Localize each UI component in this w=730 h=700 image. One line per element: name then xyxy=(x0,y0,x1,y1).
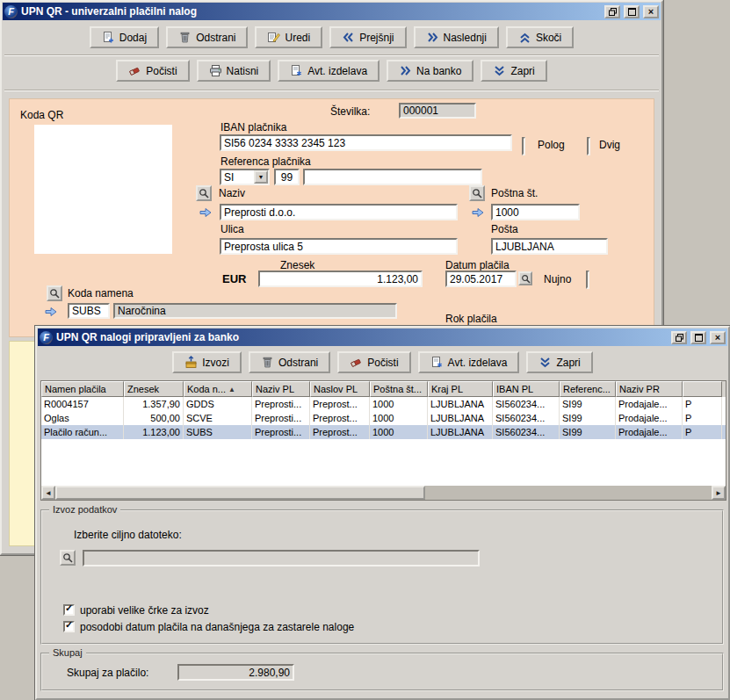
dialog-title: UPN QR nalogi pripravljeni za banko xyxy=(56,331,668,343)
pocisti-button[interactable]: Počisti xyxy=(337,351,410,373)
button-label: Uredi xyxy=(285,32,310,44)
dodaj-button[interactable]: Dodaj xyxy=(90,26,159,48)
zapri-button[interactable]: Zapri xyxy=(481,60,546,82)
table-cell: LJUBLJANA xyxy=(428,411,493,425)
export-groupbox-legend: Izvoz podatkov xyxy=(49,504,120,515)
file-browse-button[interactable] xyxy=(60,550,76,566)
maximize-button[interactable] xyxy=(690,331,706,344)
column-header[interactable]: Naslov PL xyxy=(310,381,370,397)
uredi-button[interactable]: Uredi xyxy=(255,26,322,48)
column-header[interactable]: Naziv PR xyxy=(616,381,683,397)
ulica-input[interactable]: Preprosta ulica 5 xyxy=(220,238,458,255)
table-cell: Preprost... xyxy=(310,397,370,411)
table-row[interactable]: Plačilo račun...1.123,00SUBSPreprosti...… xyxy=(41,425,726,439)
update-date-checkbox[interactable]: ✓ xyxy=(63,621,75,632)
dvig-checkbox[interactable]: ✓ xyxy=(587,137,590,155)
odstrani-button[interactable]: Odstrani xyxy=(166,26,248,48)
referenca-check-field[interactable]: 99 xyxy=(274,169,300,185)
na-banko-button[interactable]: Na banko xyxy=(387,60,473,82)
maximize-button[interactable] xyxy=(624,5,640,18)
sort-ascending-icon: ▲ xyxy=(228,386,235,393)
toolbar-separator xyxy=(4,90,659,91)
table-cell: Prodajale... xyxy=(616,425,683,439)
odstrani-button[interactable]: Odstrani xyxy=(249,351,330,373)
datum-placila-input[interactable]: 29.05.2017 xyxy=(445,271,517,287)
column-header[interactable]: Koda n...▲ xyxy=(184,381,252,397)
button-label: Dodaj xyxy=(119,32,147,44)
nujno-checkbox[interactable]: ✓ xyxy=(586,271,589,289)
avt-izdelava-button[interactable]: Avt. izdelava xyxy=(418,351,520,373)
referenca-input[interactable] xyxy=(303,169,482,185)
datum-placila-label: Datum plačila xyxy=(445,259,510,271)
naziv-input[interactable]: Preprosti d.o.o. xyxy=(220,204,458,220)
button-label: Avt. izdelava xyxy=(448,357,508,369)
izvozi-button[interactable]: Izvozi xyxy=(172,351,242,373)
iban-input[interactable]: SI56 0234 3333 2345 123 xyxy=(220,134,512,151)
total-label: Skupaj za plačilo: xyxy=(67,667,148,679)
polog-checkbox[interactable]: ✓ xyxy=(522,137,525,155)
table-cell: 1000 xyxy=(370,397,428,411)
table-cell: SI560234... xyxy=(493,397,560,411)
total-field: 2.980,90 xyxy=(177,664,294,681)
dialog-titlebar[interactable]: F UPN QR nalogi pripravljeni za banko × xyxy=(38,328,727,346)
namen-field: Naročnina xyxy=(113,303,397,319)
total-groupbox-legend: Skupaj xyxy=(49,647,86,658)
column-header[interactable]: Poštna št... xyxy=(370,381,428,397)
koda-qr-label: Koda QR xyxy=(20,109,63,121)
date-picker-button[interactable] xyxy=(518,271,532,285)
scroll-track[interactable] xyxy=(425,486,712,500)
column-header[interactable]: Znesek xyxy=(124,381,184,397)
table-cell: Prodajale... xyxy=(616,411,683,425)
orders-table-header: Namen plačilaZnesekKoda n...▲Naziv PLNas… xyxy=(41,381,726,397)
column-header[interactable] xyxy=(683,381,722,397)
table-row[interactable]: Oglas500,00SCVEPreprosti...Preprost...10… xyxy=(41,411,726,425)
koda-namena-input[interactable]: SUBS xyxy=(68,303,110,319)
table-row[interactable]: R00041571.357,90GDDSPreprosti...Preprost… xyxy=(41,397,726,411)
scroll-left-button[interactable]: ◄ xyxy=(41,486,55,500)
koda-namena-search-button[interactable] xyxy=(47,285,62,301)
naslednji-button[interactable]: Naslednji xyxy=(414,26,499,48)
avt-izdelava-button[interactable]: Avt. izdelava xyxy=(278,60,379,82)
column-header[interactable]: Kraj PL xyxy=(428,381,493,397)
koda-namena-label: Koda namena xyxy=(68,287,134,299)
zapri-button[interactable]: Zapri xyxy=(526,351,592,373)
pocisti-button[interactable]: Počisti xyxy=(116,60,189,82)
close-button[interactable]: × xyxy=(710,331,726,344)
referenca-model-select[interactable]: SI ▼ xyxy=(220,169,270,185)
auto-create-icon xyxy=(290,64,303,77)
table-cell: Plačilo račun... xyxy=(41,425,124,439)
table-cell: SCVE xyxy=(184,411,252,425)
natisni-button[interactable]: Natisni xyxy=(197,60,271,82)
postna-search-button[interactable] xyxy=(469,185,485,201)
table-cell: P xyxy=(683,425,722,439)
posta-input[interactable]: LJUBLJANA xyxy=(491,238,608,255)
uppercase-checkbox[interactable]: ✓ xyxy=(63,604,75,616)
chevrons-right-icon xyxy=(399,64,412,77)
table-cell: Preprost... xyxy=(310,425,370,439)
column-header[interactable]: IBAN PL xyxy=(493,381,560,397)
update-date-checkbox-label: posodobi datum plačila na današnjega za … xyxy=(80,621,354,633)
naziv-search-button[interactable] xyxy=(196,185,212,201)
postna-st-input[interactable]: 1000 xyxy=(491,204,580,220)
table-cell: GDDS xyxy=(184,397,252,411)
main-toolbar-row2: Počisti Natisni Avt. izdelava Na banko Z… xyxy=(3,60,661,82)
table-cell: 500,00 xyxy=(124,411,184,425)
add-document-icon xyxy=(102,31,115,44)
float-window-button[interactable] xyxy=(604,5,620,18)
eraser-icon xyxy=(128,64,141,77)
close-button[interactable]: × xyxy=(643,5,659,18)
skoci-button[interactable]: Skoči xyxy=(506,26,574,48)
scroll-right-button[interactable]: ► xyxy=(712,486,726,500)
column-header[interactable]: Namen plačila xyxy=(41,381,124,397)
main-titlebar[interactable]: F UPN QR - univerzalni plačilni nalog × xyxy=(3,3,661,20)
znesek-input[interactable]: 1.123,00 xyxy=(258,271,423,287)
table-cell: R0004157 xyxy=(41,397,124,411)
float-window-button[interactable] xyxy=(671,331,687,344)
file-label: Izberite ciljno datoteko: xyxy=(74,529,182,541)
scroll-thumb[interactable] xyxy=(55,486,425,500)
prejsnji-button[interactable]: Prejšnji xyxy=(329,26,406,48)
column-header[interactable]: Referenc... xyxy=(560,381,616,397)
column-header[interactable]: Naziv PL xyxy=(252,381,310,397)
rok-placila-label: Rok plačila xyxy=(445,313,497,325)
export-icon xyxy=(184,356,198,369)
